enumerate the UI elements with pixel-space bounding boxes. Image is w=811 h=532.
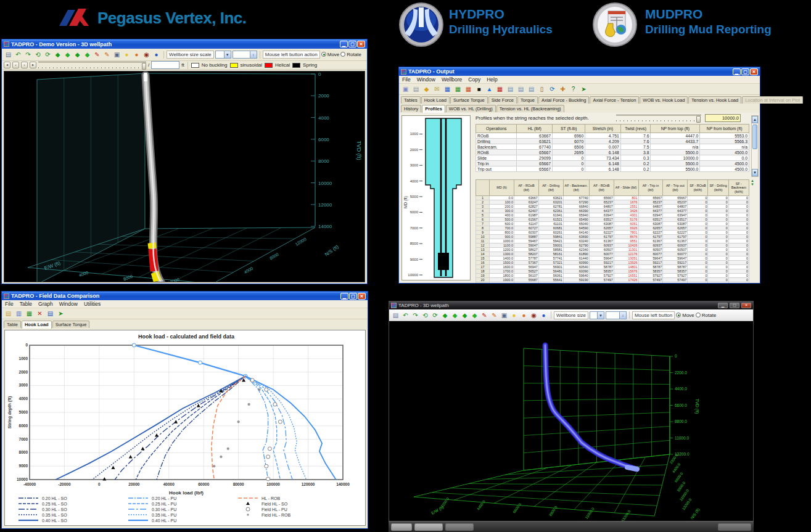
tab-surface-torque[interactable]: Surface Torque <box>450 96 488 104</box>
table-row[interactable]: 151400.057787577416144059647130515964759… <box>476 256 749 261</box>
copy-icon[interactable]: ▣ <box>500 311 509 319</box>
taskbar-button[interactable] <box>414 523 443 531</box>
maximize-button[interactable]: ▢ <box>730 303 739 308</box>
globe-icon[interactable]: ● <box>152 51 161 59</box>
tab-tables[interactable]: Tables <box>401 96 421 104</box>
tab-torque[interactable]: Torque <box>517 96 538 104</box>
menu-utilities[interactable]: Utilities <box>84 301 101 307</box>
table-row[interactable]: ROoB6366769604.7517.64447.05553.0 <box>476 133 749 139</box>
help-icon[interactable]: ? <box>569 85 578 94</box>
tab-hook-load[interactable]: Hook Load <box>22 321 52 329</box>
rotate-left-icon[interactable]: ⟲ <box>33 51 43 59</box>
move-radio[interactable]: Move <box>321 52 340 57</box>
exit-icon[interactable]: ➤ <box>579 85 588 94</box>
snapshot-icon[interactable]: ◉ <box>142 51 151 59</box>
word-icon[interactable]: ▦ <box>443 85 452 94</box>
bulb-icon[interactable]: ● <box>509 311 519 319</box>
minimize-button[interactable]: ▁ <box>733 68 741 75</box>
table-row[interactable]: Slide29099073.4340.310000.00.0 <box>476 155 749 161</box>
table-row[interactable]: 10.0636676362167740656678016566765667000 <box>476 196 749 200</box>
print-icon[interactable]: ▤ <box>411 85 421 94</box>
maximize-button[interactable]: ▢ <box>348 41 356 47</box>
table-row[interactable]: Drilling6362160704.2097.64433.75566.3 <box>476 139 749 144</box>
table-row[interactable]: 141300.058207581616189060077121766007760… <box>476 252 749 256</box>
table-row[interactable]: 201900.055687556415919057497174265749757… <box>476 278 749 282</box>
table-row[interactable]: 111000.059467594216324061367955161367613… <box>476 239 749 243</box>
field-titlebar[interactable]: TADPRO - Field Data Comparison ▁ ▢ ✕ <box>2 292 368 300</box>
pan-up-icon[interactable]: ◆ <box>440 311 450 319</box>
scroll-up-button[interactable]: ▲ <box>752 116 758 123</box>
minimize-button[interactable]: ▁ <box>340 41 348 47</box>
move-radio[interactable]: Move <box>676 313 694 318</box>
table-row[interactable]: 5400.06198761941659406394743016394763947… <box>476 213 749 218</box>
rotate-radio[interactable]: Rotate <box>340 52 361 57</box>
pan-left-icon[interactable]: ◆ <box>73 51 82 59</box>
table-row[interactable]: 121100.059047590016279060937104266093760… <box>476 243 749 248</box>
table-row[interactable]: 4300.06240762361663906437734266437764377… <box>476 209 749 213</box>
printer-icon[interactable]: ▤ <box>4 51 13 59</box>
black-square-icon[interactable]: ■ <box>474 85 484 94</box>
table-row[interactable]: Trip out6566706.1480.25500.04500.0 <box>476 166 749 172</box>
tab-axial-force-buckling[interactable]: Axial Force - Buckling <box>538 96 590 104</box>
grid-report1-icon[interactable]: ▤ <box>506 85 515 94</box>
open-icon[interactable]: ▣ <box>401 85 410 94</box>
menu-copy[interactable]: Copy <box>468 76 480 83</box>
excel-icon[interactable]: ▦ <box>25 309 34 318</box>
depth-slider[interactable] <box>38 62 146 68</box>
panel-scrollbar[interactable]: ▲ ▼ <box>751 115 759 177</box>
tab-table[interactable]: Table <box>4 321 21 328</box>
close-button[interactable]: ✕ <box>750 68 758 75</box>
copy-icon[interactable]: ▣ <box>112 51 121 59</box>
export-icon[interactable]: ➤ <box>56 309 65 318</box>
snapshot-icon[interactable]: ◉ <box>529 311 538 319</box>
sphere-icon[interactable]: ● <box>519 311 529 319</box>
pan-left-icon[interactable]: ◆ <box>460 311 469 319</box>
rotate-radio[interactable]: Rotate <box>696 313 717 318</box>
tab-tension-vs-hook-load[interactable]: Tension vs. Hook Load <box>688 96 741 104</box>
word-icon[interactable]: ▤ <box>46 309 55 318</box>
wellbore-scale-dropdown[interactable]: ▼ <box>215 51 231 59</box>
annotate-icon[interactable]: ✎ <box>102 51 112 59</box>
mail-icon[interactable]: ✉ <box>432 85 442 94</box>
tab-side-force[interactable]: Side Force <box>488 96 517 104</box>
tab-history[interactable]: History <box>401 105 421 112</box>
undo-icon[interactable]: ↶ <box>401 311 410 319</box>
menu-graph[interactable]: Graph <box>38 301 53 307</box>
table-row[interactable]: 3200.06282762781668406480725516480764807… <box>476 205 749 209</box>
pan-down-icon[interactable]: ◆ <box>63 51 72 59</box>
draw-icon[interactable]: ✎ <box>480 311 489 319</box>
table-row[interactable]: 8700.06072760681645906265769266265762657… <box>476 226 749 231</box>
step-last-button[interactable]: ▸ <box>30 62 36 68</box>
wellbore-size-dropdown[interactable]: ▼ <box>590 311 604 319</box>
table-row[interactable]: 2100.06324763201672906523716766523765237… <box>476 200 749 205</box>
table-scroll-arrows[interactable]: ▲ ▼ <box>751 179 754 186</box>
wellpath3d-plot[interactable]: 02200.04400.06600.08800.011000.013200.0T… <box>389 321 753 521</box>
tab-axial-force-tension[interactable]: Axial Force - Tension <box>590 96 639 104</box>
table-row[interactable]: Trip in6566706.1480.25500.04500.0 <box>476 161 749 166</box>
table-row[interactable]: Backream.6774065060.0077.5n/an/a <box>476 144 749 150</box>
redo-icon[interactable]: ↷ <box>411 311 420 319</box>
slider-thumb[interactable] <box>142 63 146 70</box>
step-back-button[interactable]: ‹ <box>12 62 19 68</box>
table-row[interactable]: 10900.0598875984163690617978676617976179… <box>476 235 749 239</box>
ppt-icon[interactable]: ▦ <box>464 85 473 94</box>
minimize-button[interactable]: ▁ <box>718 303 728 308</box>
chart-icon[interactable]: ▲ <box>485 85 494 94</box>
draw-icon[interactable]: ✎ <box>93 51 102 59</box>
redo-icon[interactable]: ↷ <box>23 51 33 59</box>
step-forward-button[interactable]: › <box>21 62 28 68</box>
menu-file[interactable]: File <box>402 76 411 83</box>
table-row[interactable]: 7600.06114761101650406308760516308763087… <box>476 222 749 226</box>
scroll-down-button[interactable]: ▼ <box>752 169 758 176</box>
undo-icon[interactable]: ↶ <box>14 51 23 59</box>
tab-hook-load[interactable]: Hook Load <box>421 96 450 104</box>
wellbore-size-value[interactable]: ↕ <box>606 311 627 319</box>
taskbar-button[interactable] <box>445 523 474 531</box>
depth-input[interactable] <box>151 61 179 69</box>
rotate-left-icon[interactable]: ⟲ <box>421 311 430 319</box>
minimize-button[interactable]: ▁ <box>340 293 348 300</box>
operations-summary-table[interactable]: OperationsHL (lbf)ST (ft-lb)Stretch (in)… <box>475 124 749 178</box>
sphere-icon[interactable]: ● <box>132 51 141 59</box>
selected-depth-input[interactable]: 10000.0 <box>705 114 741 122</box>
wellpath-titlebar[interactable]: TADPRO - Demo Version - 3D wellpath ▁ ▢ … <box>2 39 367 49</box>
